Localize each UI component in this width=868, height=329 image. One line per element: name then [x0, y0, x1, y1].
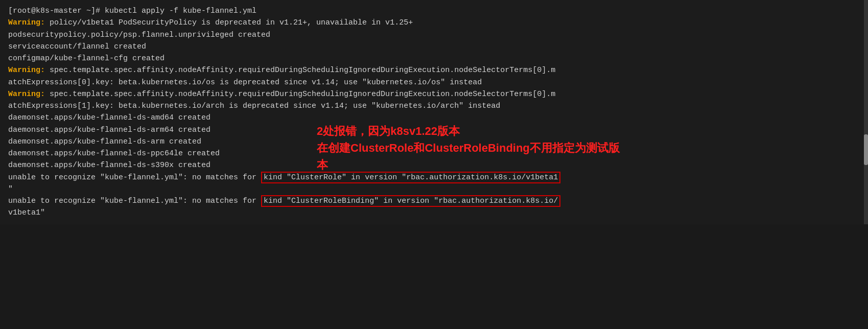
- warning-line-2a: Warning: spec.template.spec.affinity.nod…: [8, 64, 860, 76]
- configmap-line: configmap/kube-flannel-cfg created: [8, 53, 860, 64]
- scrollbar[interactable]: [864, 0, 868, 224]
- annotation: 2处报错，因为k8sv1.22版本 在创建ClusterRole和Cluster…: [317, 123, 620, 173]
- warning-line-3b: atchExpressions[1].key: beta.kubernetes.…: [8, 100, 860, 112]
- psp-line: podsecuritypolicy.policy/psp.flannel.unp…: [8, 29, 860, 41]
- error-line-2: unable to recognize "kube-flannel.yml": …: [8, 195, 860, 207]
- serviceaccount-line: serviceaccount/flannel created: [8, 41, 860, 53]
- warning-line-2b: atchExpressions[0].key: beta.kubernetes.…: [8, 77, 860, 88]
- error-line-1-cont: ": [8, 183, 860, 195]
- daemonset-amd64: daemonset.apps/kube-flannel-ds-amd64 cre…: [8, 112, 860, 124]
- cmd-line: [root@k8s-master ~]# kubectl apply -f ku…: [8, 5, 860, 17]
- annotation-line-2: 在创建ClusterRole和ClusterRoleBinding不用指定为测试…: [317, 139, 620, 156]
- warning-line-3a: Warning: spec.template.spec.affinity.nod…: [8, 88, 860, 100]
- terminal: [root@k8s-master ~]# kubectl apply -f ku…: [0, 0, 868, 224]
- annotation-line-1: 2处报错，因为k8sv1.22版本: [317, 123, 620, 139]
- warning-line-1: Warning: policy/v1beta1 PodSecurityPolic…: [8, 17, 860, 29]
- scrollbar-thumb[interactable]: [864, 134, 868, 165]
- annotation-line-3: 本: [317, 156, 620, 173]
- error-line-2-cont: v1beta1": [8, 207, 860, 219]
